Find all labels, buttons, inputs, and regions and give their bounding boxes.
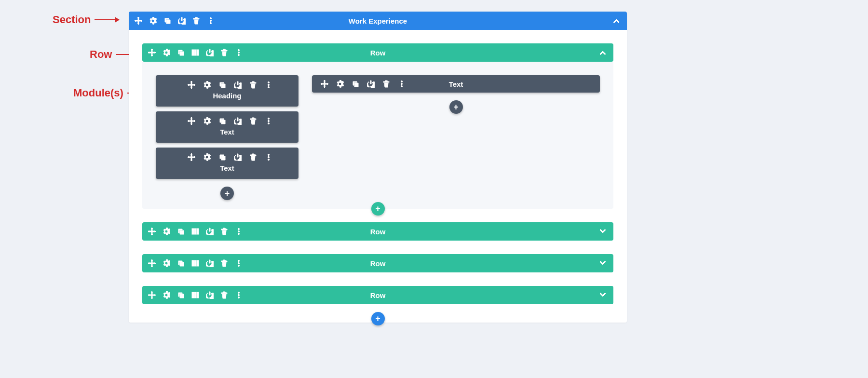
annotation-section: Section — [53, 14, 119, 26]
move-icon[interactable] — [188, 117, 195, 125]
trash-icon[interactable] — [249, 81, 257, 89]
module-text[interactable]: Text — [156, 111, 298, 143]
annotation-modules-label: Module(s) — [73, 87, 123, 99]
gear-icon[interactable] — [203, 117, 211, 125]
move-icon[interactable] — [148, 228, 156, 235]
more-vertical-icon[interactable] — [265, 153, 272, 161]
power-icon[interactable] — [206, 291, 214, 299]
trash-icon[interactable] — [249, 117, 257, 125]
row-toolbar — [142, 291, 243, 299]
more-vertical-icon[interactable] — [235, 291, 243, 299]
power-icon[interactable] — [178, 17, 186, 25]
columns-icon[interactable] — [191, 291, 199, 299]
row-bar-collapsed[interactable]: Row — [142, 222, 613, 241]
columns-icon[interactable] — [191, 259, 199, 267]
arrow-icon — [95, 19, 119, 20]
section-bar[interactable]: Work Experience — [129, 12, 627, 30]
duplicate-icon[interactable] — [177, 49, 185, 56]
module-toolbar — [319, 80, 406, 88]
more-vertical-icon[interactable] — [265, 81, 272, 89]
gear-icon[interactable] — [163, 291, 170, 299]
power-icon[interactable] — [234, 81, 242, 89]
gear-icon[interactable] — [163, 259, 170, 267]
trash-icon[interactable] — [192, 17, 200, 25]
add-row-button[interactable]: + — [371, 202, 385, 216]
more-vertical-icon[interactable] — [207, 17, 215, 25]
move-icon[interactable] — [135, 17, 142, 25]
more-vertical-icon[interactable] — [235, 259, 243, 267]
power-icon[interactable] — [234, 117, 242, 125]
more-vertical-icon[interactable] — [398, 80, 406, 88]
move-icon[interactable] — [188, 81, 195, 89]
column-left: Heading Text — [156, 75, 298, 200]
row-bar[interactable]: Row — [142, 43, 613, 62]
gear-icon[interactable] — [203, 81, 211, 89]
duplicate-icon[interactable] — [177, 291, 185, 299]
annotation-row-label: Row — [90, 48, 112, 61]
row-body: Heading Text — [142, 62, 613, 209]
module-toolbar — [161, 153, 294, 161]
power-icon[interactable] — [234, 153, 242, 161]
trash-icon[interactable] — [220, 291, 228, 299]
more-vertical-icon[interactable] — [235, 228, 243, 235]
section-toolbar — [129, 17, 215, 25]
module-toolbar — [161, 81, 294, 89]
module-heading[interactable]: Heading — [156, 75, 298, 107]
add-module-button[interactable]: + — [449, 100, 463, 114]
module-label: Text — [161, 128, 294, 136]
trash-icon[interactable] — [249, 153, 257, 161]
builder-container: Work Experience Row — [129, 12, 627, 323]
row-bar-collapsed[interactable]: Row — [142, 254, 613, 272]
collapsed-rows: Row Row — [142, 222, 613, 304]
module-toolbar — [161, 117, 294, 125]
duplicate-icon[interactable] — [218, 153, 226, 161]
chevron-up-icon[interactable] — [612, 17, 620, 25]
row-expanded: Row — [142, 43, 613, 209]
chevron-down-icon[interactable] — [599, 259, 607, 267]
move-icon[interactable] — [148, 49, 156, 56]
power-icon[interactable] — [206, 228, 214, 235]
chevron-down-icon[interactable] — [599, 291, 607, 299]
columns-icon[interactable] — [191, 49, 199, 56]
move-icon[interactable] — [321, 80, 328, 88]
gear-icon[interactable] — [203, 153, 211, 161]
column-right: Text + — [312, 75, 600, 114]
row-bar-collapsed[interactable]: Row — [142, 286, 613, 304]
add-section-button[interactable]: + — [371, 312, 385, 325]
chevron-up-icon[interactable] — [599, 49, 607, 56]
trash-icon[interactable] — [220, 228, 228, 235]
trash-icon[interactable] — [220, 49, 228, 56]
duplicate-icon[interactable] — [218, 81, 226, 89]
chevron-down-icon[interactable] — [599, 228, 607, 235]
row-toolbar — [142, 259, 243, 267]
duplicate-icon[interactable] — [352, 80, 359, 88]
columns-icon[interactable] — [191, 228, 199, 235]
duplicate-icon[interactable] — [177, 259, 185, 267]
more-vertical-icon[interactable] — [265, 117, 272, 125]
trash-icon[interactable] — [382, 80, 390, 88]
module-label: Heading — [161, 92, 294, 100]
power-icon[interactable] — [206, 49, 214, 56]
module-text[interactable]: Text — [156, 148, 298, 179]
duplicate-icon[interactable] — [218, 117, 226, 125]
power-icon[interactable] — [206, 259, 214, 267]
section-body: Row — [129, 30, 627, 314]
trash-icon[interactable] — [220, 259, 228, 267]
annotation-section-label: Section — [53, 14, 91, 26]
duplicate-icon[interactable] — [177, 228, 185, 235]
more-vertical-icon[interactable] — [235, 49, 243, 56]
move-icon[interactable] — [148, 291, 156, 299]
gear-icon[interactable] — [149, 17, 157, 25]
move-icon[interactable] — [148, 259, 156, 267]
module-label: Text — [161, 164, 294, 172]
power-icon[interactable] — [367, 80, 375, 88]
gear-icon[interactable] — [163, 49, 170, 56]
section-footer: + — [129, 314, 627, 323]
module-text[interactable]: Text — [312, 75, 600, 93]
move-icon[interactable] — [188, 153, 195, 161]
add-module-button[interactable]: + — [220, 187, 234, 200]
duplicate-icon[interactable] — [163, 17, 171, 25]
gear-icon[interactable] — [163, 228, 170, 235]
row-toolbar — [142, 228, 243, 235]
gear-icon[interactable] — [336, 80, 344, 88]
